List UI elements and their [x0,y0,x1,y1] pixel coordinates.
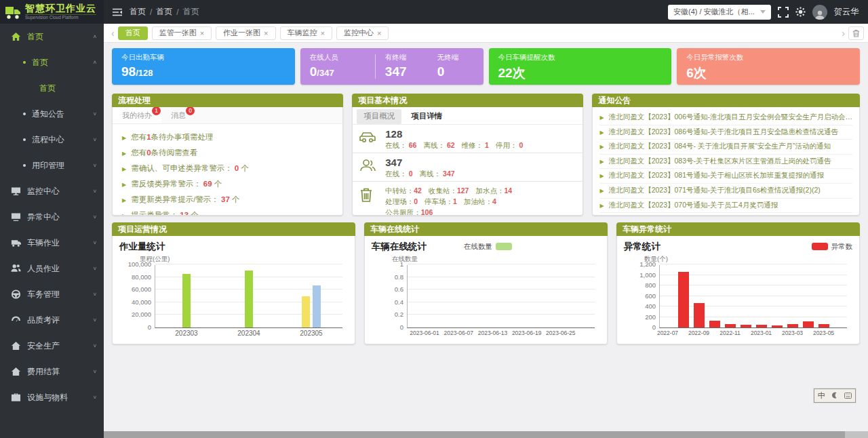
sidebar-item-安全生产[interactable]: 安全生产∨ [0,333,104,359]
tab-close-icon[interactable]: × [321,29,325,37]
sidebar-item-人员作业[interactable]: 人员作业∨ [0,256,104,281]
sidebar-item-label: 车辆作业 [27,237,60,249]
tabs-scroll-left-icon[interactable]: ‹ [108,28,118,39]
process-tab-我的待办[interactable]: 我的待办1 [113,107,161,123]
region-select-value: 安徽(4) / 安徽淮北（相... [673,7,757,17]
process-item[interactable]: ▶需反馈类异常警示： 69 个 [122,176,333,192]
stat-value: 1 [453,197,457,205]
process-item[interactable]: ▶提示类异常： 13 个 [122,207,333,216]
y-tick-label: 600 [626,292,656,300]
chart-title: 车辆在线统计 [372,241,427,253]
sidebar-item-流程中心[interactable]: 流程中心∨ [0,127,104,153]
sidebar-item-车务管理[interactable]: 车务管理∨ [0,281,104,307]
chart-bar [803,321,814,327]
project-tab-项目详情[interactable]: 项目详情 [404,109,449,124]
process-item[interactable]: ▶需确认、可申述类异常警示： 0 个 [122,161,333,176]
process-tab-消息[interactable]: 消息0 [161,107,195,123]
sidebar-item-label: 用印管理 [32,160,64,172]
breadcrumb-item[interactable]: 首页 [183,6,199,18]
x-tick-label: 2023-06-13 [478,330,507,336]
process-item[interactable]: ▶您有1条待办事项需处理 [122,130,333,145]
arrow-right-icon: ▶ [599,173,604,179]
breadcrumb: 首页/首页/首页 [130,6,199,18]
y-tick-label: 0.6 [374,285,403,293]
notice-item[interactable]: ▶淮北同盈文【2023】071号通知-关于淮北项目6s检查情况通报(2)(2) [599,184,852,199]
sidebar-item-品质考评[interactable]: 品质考评∨ [0,307,104,333]
ime-toolbar[interactable]: 中 [814,389,856,403]
process-item-text: 个 [239,164,249,172]
stat-value: 0 [310,64,317,79]
breadcrumb-item[interactable]: 首页 [130,6,146,18]
home-icon [11,31,21,42]
tab-首页[interactable]: 首页 [118,26,148,40]
sidebar-item-设施与物料[interactable]: 设施与物料∨ [0,384,104,410]
tab-label: 首页 [125,28,140,38]
sidebar-item-费用结算[interactable]: 费用结算∨ [0,359,104,384]
gear-icon[interactable] [795,7,806,17]
sidebar-item-首页[interactable]: 首页∧ [0,49,104,75]
stat-card-abnormal-alarms: 今日异常报警次数 6次 [677,48,860,85]
sidebar-item-车辆作业[interactable]: 车辆作业∨ [0,230,104,256]
chevron-down-icon: ∨ [92,188,97,194]
process-tab-label: 消息 [171,111,186,119]
tab-车辆监控[interactable]: 车辆监控× [280,26,332,40]
chart-bar [772,325,783,327]
tab-作业一张图[interactable]: 作业一张图× [216,26,275,40]
notice-item[interactable]: ▶淮北同盈文【2023】079号-关于4月17日油价上涨通知后加油情况通报 [599,213,852,216]
tab-close-icon[interactable]: × [264,29,268,37]
x-tick-label: 202303 [175,330,197,337]
y-tick-label: 200 [626,313,656,321]
arrow-right-icon: ▶ [599,188,604,194]
tab-label: 监控中心 [344,28,374,38]
tab-close-icon[interactable]: × [200,29,204,37]
x-tick-label: 2023-06-25 [546,330,575,336]
x-tick-label: 2023-05 [813,330,834,336]
chart-bar [245,271,253,327]
tab-close-icon[interactable]: × [377,29,381,37]
tab-label: 监管一张图 [159,28,197,38]
region-select[interactable]: 安徽(4) / 安徽淮北（相... [668,5,771,20]
sidebar-collapse-icon[interactable] [112,7,123,17]
arrow-right-icon: ▶ [599,203,604,209]
project-tab-项目概况[interactable]: 项目概况 [357,109,401,124]
notice-item[interactable]: ▶淮北同盈文【2023】006号通知-淮北项目五月安全例会暨安全生产月启动会… [599,111,852,125]
panel-vehicle-online-chart: 车辆在线统计 车辆在线统计在线数量在线数量00.20.40.60.812023-… [364,222,608,344]
notice-item[interactable]: ▶淮北同盈文【2023】084号- 关于淮北项目开展“安全生产月”活动的通知 [599,140,852,155]
sidebar-item-label: 品质考评 [27,315,60,326]
breadcrumb-item[interactable]: 首页 [156,6,172,18]
gridline [408,302,595,302]
process-item-text: 条待阅需查看 [151,148,198,157]
horizontal-scrollbar[interactable] [104,431,868,438]
close-all-tabs-icon[interactable] [848,26,864,40]
notice-item[interactable]: ▶淮北同盈文【2023】086号通知-关于淮北项目五月安全隐患检查情况通告 [599,125,852,140]
sidebar-item-用印管理[interactable]: 用印管理∨ [0,153,104,178]
chevron-down-icon: ∨ [92,240,97,245]
process-item-text: 37 [221,195,230,203]
notice-item[interactable]: ▶淮北同盈文【2023】083号-关于杜集区东片区主管酒后上岗的处罚通告 [599,155,852,170]
chart-y-axis-label: 在线数量 [392,255,600,264]
avatar[interactable] [812,5,827,20]
sidebar-item-通知公告[interactable]: 通知公告∨ [0,101,104,127]
tab-监管一张图[interactable]: 监管一张图× [152,26,212,40]
panel-project-info: 项目基本情况 项目概况项目详情 128 在线：66离线：62维修：1停用：0 [352,94,583,216]
sidebar-item-首页[interactable]: 首页 [0,75,104,101]
tab-监控中心[interactable]: 监控中心× [336,26,389,40]
notice-item[interactable]: ▶淮北同盈文【2023】081号通知-关于相山区班长加班重复提报的通报 [599,169,852,184]
tabs-scroll-right-icon[interactable]: › [838,28,848,39]
chart-bar [787,324,798,327]
stat-value: 106 [421,208,433,216]
badge-count: 0 [186,107,195,115]
alert-icon [11,212,21,222]
sidebar-item-首页[interactable]: 首页∧ [0,24,104,49]
process-item[interactable]: ▶您有0条待阅需查看 [122,145,333,161]
fullscreen-icon[interactable] [778,7,789,18]
sidebar-item-异常中心[interactable]: 异常中心∨ [0,204,104,230]
chevron-down-icon: ∨ [92,163,97,168]
notice-item[interactable]: ▶淮北同盈文【2023】070号通知-关于员工4月奖罚通报 [599,199,852,214]
process-item[interactable]: ▶需更新类异常提示/警示： 37 个 [122,192,333,207]
scrollbar-thumb[interactable] [104,431,845,438]
cost-icon [11,366,21,377]
stat-value-sub: /347 [317,68,334,78]
sidebar-item-label: 首页 [39,83,56,94]
sidebar-item-监控中心[interactable]: 监控中心∨ [0,178,104,204]
